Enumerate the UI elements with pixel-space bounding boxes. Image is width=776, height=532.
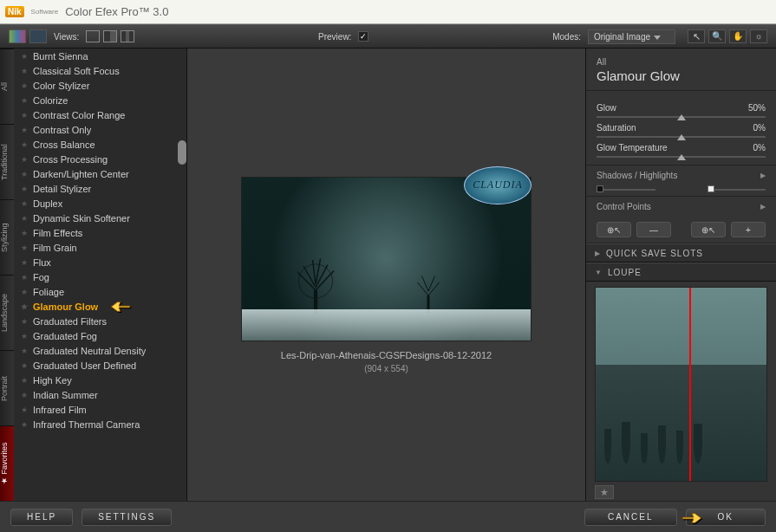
filter-item[interactable]: ★Flux	[14, 255, 186, 269]
slider-track[interactable]	[597, 156, 766, 158]
scrollbar-thumb[interactable]	[178, 140, 186, 165]
thumb-icon[interactable]	[29, 29, 47, 43]
filter-item[interactable]: ★Infrared Thermal Camera	[14, 417, 186, 431]
filter-item[interactable]: ★Foliage	[14, 284, 186, 299]
star-icon[interactable]: ★	[21, 405, 28, 414]
filter-item[interactable]: ★Color Stylizer	[14, 78, 186, 93]
add-control-point-button-2[interactable]: ⊕↖	[691, 222, 726, 237]
category-tab-traditional[interactable]: Traditional	[0, 124, 14, 199]
filter-list[interactable]: ★Burnt Sienna★Classical Soft Focus★Color…	[14, 49, 187, 501]
star-icon[interactable]: ★	[21, 67, 28, 75]
expand-icon[interactable]: ▶	[760, 172, 766, 179]
preview-checkbox[interactable]: ✓	[358, 31, 368, 42]
help-button[interactable]: HELP	[10, 509, 73, 526]
category-tab-stylizing[interactable]: Stylizing	[0, 199, 14, 275]
filter-item[interactable]: ★Contrast Only	[14, 122, 186, 137]
filter-item[interactable]: ★Dynamic Skin Softener	[14, 211, 186, 225]
star-icon[interactable]: ★	[21, 302, 28, 311]
star-icon[interactable]: ★	[21, 376, 28, 385]
star-icon[interactable]: ★	[21, 347, 28, 355]
filter-item[interactable]: ★Darken/Lighten Center	[14, 166, 186, 181]
star-icon[interactable]: ★	[21, 332, 28, 341]
star-icon[interactable]: ★	[21, 185, 28, 193]
filter-item[interactable]: ★Cross Balance	[14, 137, 186, 152]
star-icon[interactable]: ★	[21, 140, 28, 149]
filter-label: Dynamic Skin Softener	[33, 213, 130, 224]
light-icon[interactable]: ☼	[750, 29, 767, 43]
filter-item[interactable]: ★Duplex	[14, 196, 186, 211]
star-icon[interactable]: ★	[21, 361, 28, 370]
filter-item[interactable]: ★Infrared Film	[14, 402, 186, 417]
view-split-icon[interactable]	[103, 30, 117, 42]
star-icon[interactable]: ★	[21, 317, 28, 326]
loupe-header[interactable]: ▼LOUPE	[586, 263, 776, 282]
shadows-label: Shadows / Highlights	[597, 171, 677, 180]
filter-item[interactable]: ★Detail Stylizer	[14, 181, 186, 196]
slider-track[interactable]	[597, 116, 766, 118]
add-button[interactable]: +	[731, 222, 766, 237]
pan-icon[interactable]: ✋	[729, 29, 747, 43]
star-icon[interactable]: ★	[21, 81, 28, 90]
colorbar-icon[interactable]	[9, 29, 26, 43]
view-single-icon[interactable]	[86, 30, 100, 42]
star-icon[interactable]: ★	[21, 52, 28, 61]
filter-label: Cross Processing	[33, 154, 108, 165]
slider-thumb[interactable]	[677, 114, 686, 120]
highlights-slider[interactable]	[708, 189, 766, 191]
star-icon[interactable]: ★	[21, 155, 28, 164]
star-icon[interactable]: ★	[21, 273, 28, 282]
star-icon[interactable]: ★	[21, 288, 28, 296]
filter-item[interactable]: ★Colorize	[14, 93, 186, 107]
filter-item[interactable]: ★Graduated Filters	[14, 314, 186, 328]
modes-select[interactable]: Original Image	[588, 29, 675, 44]
category-tab-favorites[interactable]: ★ Favorites	[0, 425, 14, 501]
filter-item[interactable]: ★Film Grain	[14, 240, 186, 255]
add-control-point-button[interactable]: ⊕↖	[597, 222, 631, 237]
star-icon[interactable]: ★	[21, 258, 28, 267]
star-icon[interactable]: ★	[21, 243, 28, 252]
category-tab-portrait[interactable]: Portrait	[0, 350, 14, 425]
star-icon[interactable]: ★	[21, 391, 28, 399]
expand-icon[interactable]: ▶	[760, 203, 766, 211]
watermark-badge: CLAUDIA	[464, 166, 531, 204]
loupe-star-button[interactable]: ★	[595, 485, 614, 499]
filter-label: Graduated Filters	[33, 316, 107, 327]
filter-item[interactable]: ★Indian Summer	[14, 387, 186, 402]
slider-track[interactable]	[597, 136, 766, 138]
pointer-icon[interactable]: ↖	[688, 29, 705, 43]
star-icon[interactable]: ★	[21, 199, 28, 208]
slider-thumb[interactable]	[677, 134, 686, 140]
slider-thumb[interactable]	[677, 154, 686, 160]
star-icon[interactable]: ★	[21, 96, 28, 105]
star-icon[interactable]: ★	[21, 214, 28, 223]
filter-item[interactable]: ★Contrast Color Range	[14, 107, 186, 122]
views-label: Views:	[54, 32, 79, 42]
star-icon[interactable]: ★	[21, 229, 28, 237]
ok-button[interactable]: OK	[686, 509, 766, 526]
star-icon[interactable]: ★	[21, 170, 28, 178]
view-side-icon[interactable]	[121, 30, 134, 42]
filter-item[interactable]: ★High Key	[14, 373, 186, 387]
filter-item[interactable]: ★Glamour Glow	[14, 299, 186, 314]
filter-item[interactable]: ★Fog	[14, 269, 186, 284]
filter-item[interactable]: ★Classical Soft Focus	[14, 63, 186, 78]
filter-item[interactable]: ★Cross Processing	[14, 152, 186, 166]
star-icon[interactable]: ★	[21, 420, 28, 429]
filter-item[interactable]: ★Film Effects	[14, 225, 186, 240]
settings-button[interactable]: SETTINGS	[82, 509, 172, 526]
slider-row: Glow50%	[597, 103, 766, 113]
category-tab-landscape[interactable]: Landscape	[0, 275, 14, 350]
remove-control-point-button[interactable]: —	[636, 222, 671, 237]
filter-item[interactable]: ★Graduated User Defined	[14, 358, 186, 373]
star-icon[interactable]: ★	[21, 111, 28, 120]
filter-item[interactable]: ★Graduated Fog	[14, 328, 186, 343]
quick-save-slots-header[interactable]: ▶QUICK SAVE SLOTS	[586, 243, 776, 263]
zoom-icon[interactable]: 🔍	[708, 29, 726, 43]
filter-item[interactable]: ★Burnt Sienna	[14, 49, 186, 63]
shadows-slider[interactable]	[597, 189, 655, 191]
cancel-button[interactable]: CANCEL	[584, 509, 677, 526]
category-tab-all[interactable]: All	[0, 49, 14, 124]
filter-item[interactable]: ★Graduated Neutral Density	[14, 343, 186, 358]
star-icon[interactable]: ★	[21, 126, 28, 134]
loupe-image[interactable]	[595, 287, 767, 482]
